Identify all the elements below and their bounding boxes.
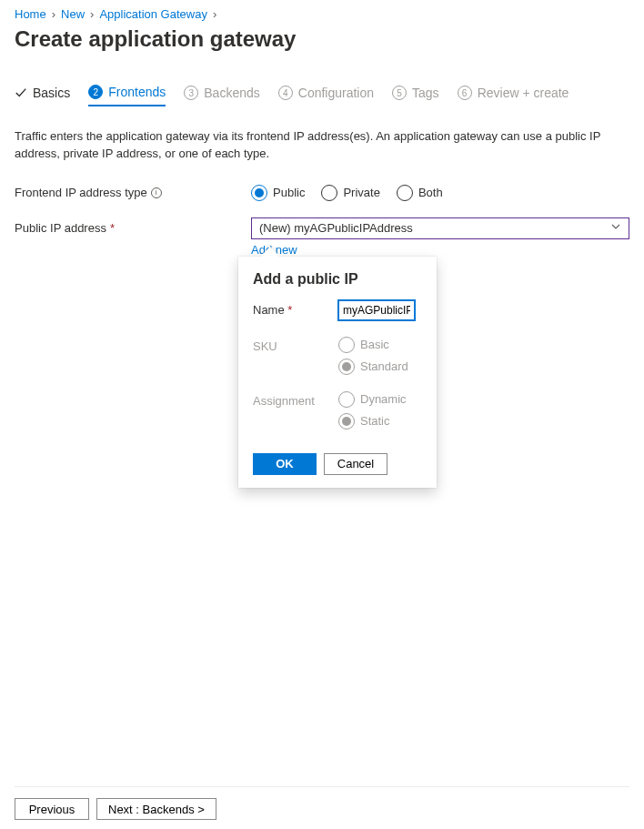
page-title: Create application gateway [15, 26, 629, 52]
check-icon [15, 86, 27, 99]
radio-circle-icon [338, 337, 355, 353]
popover-sku-row: SKU Basic Standard [253, 337, 422, 375]
radio-label: Static [360, 414, 390, 428]
radio-circle-icon [397, 185, 413, 201]
tab-basics[interactable]: Basics [15, 86, 70, 106]
radio-circle-icon [338, 391, 355, 408]
breadcrumb-app-gateway[interactable]: Application Gateway [99, 7, 207, 21]
sku-label: SKU [253, 337, 338, 353]
radio-circle-icon [338, 359, 355, 375]
label-text: Frontend IP address type [15, 186, 147, 199]
step-number-icon: 6 [458, 86, 472, 100]
breadcrumb-new[interactable]: New [61, 7, 85, 21]
radio-both[interactable]: Both [397, 185, 443, 201]
tab-backends[interactable]: 3 Backends [184, 86, 259, 106]
popover-title: Add a public IP [253, 271, 422, 288]
breadcrumb: Home › New › Application Gateway › [15, 0, 629, 21]
step-number-icon: 2 [88, 85, 103, 99]
radio-label: Basic [360, 338, 389, 351]
tab-label: Tags [412, 86, 439, 100]
next-button[interactable]: Next : Backends > [96, 798, 216, 820]
radio-private[interactable]: Private [321, 185, 379, 201]
tab-frontends[interactable]: 2 Frontends [88, 85, 166, 106]
radio-label: Both [418, 186, 443, 199]
label-text: Name [253, 303, 285, 317]
step-number-icon: 3 [184, 86, 198, 100]
radio-label: Standard [360, 359, 408, 373]
required-asterisk-icon: * [110, 221, 115, 235]
required-asterisk-icon: * [287, 303, 292, 317]
tab-configuration[interactable]: 4 Configuration [278, 86, 374, 106]
info-icon[interactable]: i [151, 187, 162, 198]
description-text: Traffic enters the application gateway v… [15, 128, 629, 163]
label-text: Public IP address [15, 221, 106, 235]
radio-circle-icon [251, 185, 267, 201]
radio-public[interactable]: Public [251, 185, 305, 201]
tab-tags[interactable]: 5 Tags [392, 86, 439, 106]
tab-label: Configuration [298, 86, 374, 100]
tab-label: Basics [33, 86, 70, 100]
wizard-tabs: Basics 2 Frontends 3 Backends 4 Configur… [15, 85, 629, 106]
tab-label: Backends [204, 86, 259, 100]
radio-label: Private [343, 186, 379, 199]
chevron-right-icon: › [90, 7, 94, 21]
assignment-radio-group: Dynamic Static [338, 391, 407, 430]
radio-label: Public [273, 186, 305, 199]
breadcrumb-home[interactable]: Home [15, 7, 46, 21]
chevron-down-icon [610, 221, 621, 235]
previous-button[interactable]: Previous [15, 798, 89, 820]
chevron-right-icon: › [213, 7, 216, 21]
ok-button[interactable]: OK [253, 453, 317, 475]
step-number-icon: 4 [278, 86, 293, 100]
name-label: Name * [253, 300, 338, 317]
cancel-button[interactable]: Cancel [324, 453, 387, 475]
step-number-icon: 5 [392, 86, 407, 100]
popover-name-row: Name * [253, 300, 422, 320]
radio-circle-icon [321, 185, 337, 201]
wizard-footer: Previous Next : Backends > [15, 786, 629, 820]
radio-sku-standard: Standard [338, 359, 408, 375]
sku-radio-group: Basic Standard [338, 337, 408, 375]
frontend-ip-type-row: Frontend IP address type i Public Privat… [15, 185, 629, 201]
add-public-ip-popover: Add a public IP Name * SKU Basic Standar… [238, 257, 437, 488]
public-ip-label: Public IP address * [15, 221, 251, 235]
radio-circle-icon [338, 413, 355, 430]
radio-sku-basic: Basic [338, 337, 408, 353]
public-ip-select[interactable]: (New) myAGPublicIPAddress [251, 217, 629, 239]
frontend-ip-type-label: Frontend IP address type i [15, 186, 251, 199]
tab-label: Review + create [478, 86, 569, 100]
tab-review-create[interactable]: 6 Review + create [458, 86, 569, 106]
popover-assignment-row: Assignment Dynamic Static [253, 391, 422, 430]
radio-assignment-dynamic: Dynamic [338, 391, 407, 408]
public-ip-row: Public IP address * (New) myAGPublicIPAd… [15, 217, 629, 239]
frontend-ip-type-radio-group: Public Private Both [251, 185, 443, 201]
radio-assignment-static: Static [338, 413, 407, 430]
popover-actions: OK Cancel [253, 453, 422, 475]
assignment-label: Assignment [253, 391, 338, 408]
tab-label: Frontends [108, 85, 166, 99]
name-input[interactable] [338, 300, 415, 320]
chevron-right-icon: › [52, 7, 55, 21]
radio-label: Dynamic [360, 392, 407, 406]
select-value: (New) myAGPublicIPAddress [259, 221, 413, 235]
